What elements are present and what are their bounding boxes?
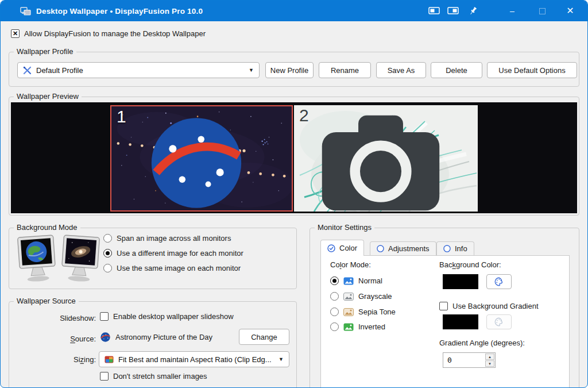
background-color-label: Background Color: [439,260,501,269]
gradient-angle-label: Gradient Angle (degrees): [439,339,525,347]
titlebar[interactable]: Desktop Wallpaper • DisplayFusion Pro 10… [1,1,587,21]
sepia-radio [330,308,339,316]
maximize-icon [539,8,546,14]
spin-down-button[interactable]: ▼ [485,360,494,367]
tab-adjustments[interactable]: Adjustments [370,241,436,255]
background-mode-group-label: Background Mode [14,223,80,232]
different-image-option[interactable]: Use a different image for each monitor [103,247,243,259]
sizing-image-icon [105,356,114,363]
minimize-button[interactable]: – [504,4,521,18]
displayfusion-wallpaper-window: Desktop Wallpaper • DisplayFusion Pro 10… [0,0,588,388]
displayfusion-app-icon [20,6,31,17]
sizing-label: Sizing: [9,355,96,364]
slideshow-checkbox[interactable] [100,312,109,321]
same-image-radio [103,264,112,272]
close-icon: ✕ [566,6,574,16]
window-title: Desktop Wallpaper • DisplayFusion Pro 10… [36,1,203,21]
color-mode-grayscale-option[interactable]: Grayscale [330,292,392,301]
monitor-2-preview[interactable]: 2 [294,105,478,212]
sizing-select-value: Fit Best and maintain Aspect Ratio (Clip… [118,355,272,364]
monitor-settings-group-label: Monitor Settings [315,223,374,232]
slideshow-label: Slideshow: [9,314,96,322]
minimize-icon: – [510,7,514,15]
different-image-radio [103,249,112,258]
save-as-button[interactable]: Save As [376,62,426,78]
color-mode-inverted-option[interactable]: Inverted [330,322,385,331]
gradient-color-swatch[interactable] [443,314,478,329]
spin-up-button[interactable]: ▲ [485,354,494,360]
use-default-options-button[interactable]: Use Default Options [487,62,577,78]
monitor-right-icon [447,7,459,15]
change-source-button[interactable]: Change [239,329,289,345]
profile-customize-icon [23,66,32,75]
monitor-settings-group: Monitor Settings Color Adjustments Info … [310,228,579,388]
use-gradient-checkbox[interactable] [439,302,448,310]
pin-icon [469,6,478,16]
tab-info[interactable]: Info [436,241,474,255]
inverted-radio [330,322,339,331]
tab-circle-icon [377,245,384,252]
tab-selected-icon [327,244,335,252]
checkbox-x-mark: ✕ [13,30,18,37]
use-gradient-checkbox-row[interactable]: Use Background Gradient [439,302,539,310]
gradient-angle-value[interactable]: 0 [443,353,485,367]
manage-wallpaper-checkbox[interactable]: ✕ [11,29,20,38]
normal-radio [330,276,339,285]
wallpaper-source-group: Wallpaper Source Slideshow: Enable deskt… [9,301,297,388]
source-value-row: Astronomy Picture of the Day [100,332,212,343]
grayscale-radio [330,292,339,301]
sizing-select[interactable]: Fit Best and maintain Aspect Ratio (Clip… [99,351,289,367]
move-to-previous-monitor-button[interactable] [427,4,442,18]
span-image-radio [103,234,112,243]
grayscale-picture-icon [343,293,354,301]
use-gradient-label: Use Background Gradient [452,302,539,310]
tab-circle-icon [443,245,451,252]
profile-select[interactable]: Default Profile ▼ [17,62,260,78]
color-mode-sepia-option[interactable]: Sepia Tone [330,308,396,316]
camera-icon [294,110,473,212]
pin-window-button[interactable] [467,4,479,18]
profile-select-value: Default Profile [36,66,83,75]
nasa-logo [110,111,287,212]
manage-wallpaper-label[interactable]: Allow DisplayFusion to manage the Deskto… [24,29,206,38]
close-button[interactable]: ✕ [561,4,579,18]
preview-area: 1 [11,102,577,213]
slideshow-checkbox-label: Enable desktop wallpaper slideshow [113,312,234,321]
stretch-checkbox-row[interactable]: Don't stretch smaller images [100,372,207,381]
gradient-angle-spinner[interactable]: 0 ▲ ▼ [443,352,496,368]
stretch-checkbox[interactable] [100,372,109,381]
sepia-picture-icon [343,308,354,316]
monitor-1-preview[interactable]: 1 [110,105,293,212]
background-color-swatch[interactable] [443,274,478,289]
chevron-down-icon: ▼ [249,67,254,73]
inverted-picture-icon [343,323,354,331]
maximize-button[interactable] [533,4,551,18]
monitor-left-icon [428,7,440,15]
move-to-next-monitor-button[interactable] [446,4,461,18]
chevron-down-icon: ▼ [278,356,284,362]
span-image-option[interactable]: Span an image across all monitors [103,232,231,244]
wallpaper-preview-group: Wallpaper Preview [9,97,579,216]
color-tab-panel: Color Mode: Normal Grayscale [320,255,570,388]
background-mode-group: Background Mode [9,228,297,289]
tab-color[interactable]: Color [320,240,364,256]
slideshow-checkbox-row[interactable]: Enable desktop wallpaper slideshow [100,312,234,321]
stretch-checkbox-label: Don't stretch smaller images [113,372,207,381]
background-color-picker-button[interactable] [486,274,512,289]
palette-icon-disabled [494,317,504,327]
delete-button[interactable]: Delete [431,62,482,78]
palette-icon [494,276,504,287]
color-mode-normal-option[interactable]: Normal [330,276,382,285]
source-value: Astronomy Picture of the Day [115,333,212,341]
color-mode-label: Color Mode: [330,260,371,269]
rename-button[interactable]: Rename [319,62,371,78]
monitors-illustration [16,234,102,285]
normal-picture-icon [343,277,354,285]
nasa-source-icon [100,332,111,343]
wallpaper-profile-group-label: Wallpaper Profile [14,47,76,56]
wallpaper-source-group-label: Wallpaper Source [14,297,79,305]
gradient-color-picker-button [486,314,512,329]
same-image-option[interactable]: Use the same image on each monitor [103,262,241,274]
wallpaper-profile-group: Wallpaper Profile Default Profile ▼ New … [9,52,579,87]
new-profile-button[interactable]: New Profile [265,62,314,78]
